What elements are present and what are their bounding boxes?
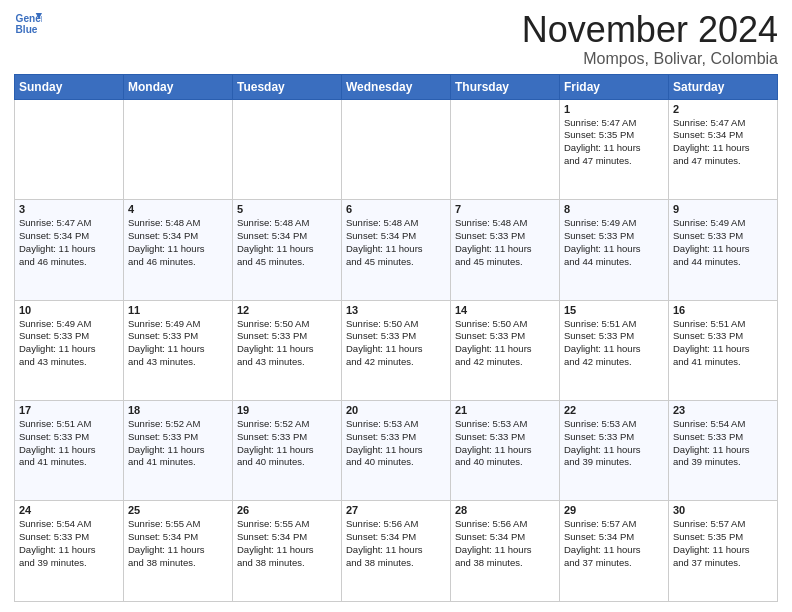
day-number: 19 — [237, 404, 337, 416]
day-number: 10 — [19, 304, 119, 316]
day-number: 1 — [564, 103, 664, 115]
day-info: Sunrise: 5:47 AM Sunset: 5:34 PM Dayligh… — [19, 217, 119, 268]
day-cell: 24Sunrise: 5:54 AM Sunset: 5:33 PM Dayli… — [15, 501, 124, 602]
day-cell: 3Sunrise: 5:47 AM Sunset: 5:34 PM Daylig… — [15, 200, 124, 300]
day-number: 22 — [564, 404, 664, 416]
day-cell: 17Sunrise: 5:51 AM Sunset: 5:33 PM Dayli… — [15, 401, 124, 501]
day-cell: 2Sunrise: 5:47 AM Sunset: 5:34 PM Daylig… — [669, 99, 778, 199]
col-header-friday: Friday — [560, 74, 669, 99]
col-header-tuesday: Tuesday — [233, 74, 342, 99]
day-info: Sunrise: 5:53 AM Sunset: 5:33 PM Dayligh… — [346, 418, 446, 469]
col-header-thursday: Thursday — [451, 74, 560, 99]
day-cell: 29Sunrise: 5:57 AM Sunset: 5:34 PM Dayli… — [560, 501, 669, 602]
day-info: Sunrise: 5:52 AM Sunset: 5:33 PM Dayligh… — [237, 418, 337, 469]
day-number: 17 — [19, 404, 119, 416]
day-cell: 23Sunrise: 5:54 AM Sunset: 5:33 PM Dayli… — [669, 401, 778, 501]
day-cell — [124, 99, 233, 199]
day-info: Sunrise: 5:55 AM Sunset: 5:34 PM Dayligh… — [128, 518, 228, 569]
week-row-2: 3Sunrise: 5:47 AM Sunset: 5:34 PM Daylig… — [15, 200, 778, 300]
logo-icon: General Blue — [14, 10, 42, 38]
logo: General Blue — [14, 10, 42, 38]
day-info: Sunrise: 5:50 AM Sunset: 5:33 PM Dayligh… — [237, 318, 337, 369]
top-section: General Blue November 2024 Mompos, Boliv… — [14, 10, 778, 68]
day-number: 12 — [237, 304, 337, 316]
day-number: 27 — [346, 504, 446, 516]
location-subtitle: Mompos, Bolivar, Colombia — [522, 50, 778, 68]
day-info: Sunrise: 5:51 AM Sunset: 5:33 PM Dayligh… — [564, 318, 664, 369]
day-number: 15 — [564, 304, 664, 316]
day-number: 26 — [237, 504, 337, 516]
day-number: 3 — [19, 203, 119, 215]
day-number: 21 — [455, 404, 555, 416]
day-number: 16 — [673, 304, 773, 316]
day-cell — [342, 99, 451, 199]
day-cell: 30Sunrise: 5:57 AM Sunset: 5:35 PM Dayli… — [669, 501, 778, 602]
day-number: 18 — [128, 404, 228, 416]
day-number: 23 — [673, 404, 773, 416]
day-number: 5 — [237, 203, 337, 215]
day-cell: 10Sunrise: 5:49 AM Sunset: 5:33 PM Dayli… — [15, 300, 124, 400]
col-header-wednesday: Wednesday — [342, 74, 451, 99]
col-header-saturday: Saturday — [669, 74, 778, 99]
day-number: 24 — [19, 504, 119, 516]
day-cell: 21Sunrise: 5:53 AM Sunset: 5:33 PM Dayli… — [451, 401, 560, 501]
day-number: 20 — [346, 404, 446, 416]
col-header-sunday: Sunday — [15, 74, 124, 99]
day-info: Sunrise: 5:57 AM Sunset: 5:34 PM Dayligh… — [564, 518, 664, 569]
day-info: Sunrise: 5:48 AM Sunset: 5:33 PM Dayligh… — [455, 217, 555, 268]
day-info: Sunrise: 5:56 AM Sunset: 5:34 PM Dayligh… — [346, 518, 446, 569]
day-info: Sunrise: 5:49 AM Sunset: 5:33 PM Dayligh… — [564, 217, 664, 268]
day-cell: 1Sunrise: 5:47 AM Sunset: 5:35 PM Daylig… — [560, 99, 669, 199]
day-cell: 27Sunrise: 5:56 AM Sunset: 5:34 PM Dayli… — [342, 501, 451, 602]
day-info: Sunrise: 5:49 AM Sunset: 5:33 PM Dayligh… — [19, 318, 119, 369]
day-number: 2 — [673, 103, 773, 115]
week-row-4: 17Sunrise: 5:51 AM Sunset: 5:33 PM Dayli… — [15, 401, 778, 501]
day-cell — [15, 99, 124, 199]
svg-text:Blue: Blue — [16, 24, 38, 35]
day-info: Sunrise: 5:54 AM Sunset: 5:33 PM Dayligh… — [19, 518, 119, 569]
day-cell: 18Sunrise: 5:52 AM Sunset: 5:33 PM Dayli… — [124, 401, 233, 501]
day-cell: 7Sunrise: 5:48 AM Sunset: 5:33 PM Daylig… — [451, 200, 560, 300]
day-info: Sunrise: 5:47 AM Sunset: 5:34 PM Dayligh… — [673, 117, 773, 168]
day-number: 9 — [673, 203, 773, 215]
day-number: 13 — [346, 304, 446, 316]
day-info: Sunrise: 5:51 AM Sunset: 5:33 PM Dayligh… — [673, 318, 773, 369]
day-cell: 14Sunrise: 5:50 AM Sunset: 5:33 PM Dayli… — [451, 300, 560, 400]
day-info: Sunrise: 5:53 AM Sunset: 5:33 PM Dayligh… — [455, 418, 555, 469]
header-row: SundayMondayTuesdayWednesdayThursdayFrid… — [15, 74, 778, 99]
day-number: 7 — [455, 203, 555, 215]
day-info: Sunrise: 5:49 AM Sunset: 5:33 PM Dayligh… — [128, 318, 228, 369]
day-info: Sunrise: 5:49 AM Sunset: 5:33 PM Dayligh… — [673, 217, 773, 268]
day-cell: 19Sunrise: 5:52 AM Sunset: 5:33 PM Dayli… — [233, 401, 342, 501]
day-number: 30 — [673, 504, 773, 516]
day-number: 25 — [128, 504, 228, 516]
day-cell: 15Sunrise: 5:51 AM Sunset: 5:33 PM Dayli… — [560, 300, 669, 400]
day-info: Sunrise: 5:50 AM Sunset: 5:33 PM Dayligh… — [455, 318, 555, 369]
day-cell: 5Sunrise: 5:48 AM Sunset: 5:34 PM Daylig… — [233, 200, 342, 300]
day-cell — [233, 99, 342, 199]
day-cell: 13Sunrise: 5:50 AM Sunset: 5:33 PM Dayli… — [342, 300, 451, 400]
week-row-5: 24Sunrise: 5:54 AM Sunset: 5:33 PM Dayli… — [15, 501, 778, 602]
day-cell: 16Sunrise: 5:51 AM Sunset: 5:33 PM Dayli… — [669, 300, 778, 400]
day-cell: 25Sunrise: 5:55 AM Sunset: 5:34 PM Dayli… — [124, 501, 233, 602]
day-info: Sunrise: 5:48 AM Sunset: 5:34 PM Dayligh… — [237, 217, 337, 268]
day-number: 11 — [128, 304, 228, 316]
day-cell: 11Sunrise: 5:49 AM Sunset: 5:33 PM Dayli… — [124, 300, 233, 400]
day-cell: 28Sunrise: 5:56 AM Sunset: 5:34 PM Dayli… — [451, 501, 560, 602]
day-cell: 4Sunrise: 5:48 AM Sunset: 5:34 PM Daylig… — [124, 200, 233, 300]
day-number: 14 — [455, 304, 555, 316]
page: General Blue November 2024 Mompos, Boliv… — [0, 0, 792, 612]
col-header-monday: Monday — [124, 74, 233, 99]
day-info: Sunrise: 5:48 AM Sunset: 5:34 PM Dayligh… — [346, 217, 446, 268]
week-row-3: 10Sunrise: 5:49 AM Sunset: 5:33 PM Dayli… — [15, 300, 778, 400]
day-info: Sunrise: 5:56 AM Sunset: 5:34 PM Dayligh… — [455, 518, 555, 569]
day-info: Sunrise: 5:52 AM Sunset: 5:33 PM Dayligh… — [128, 418, 228, 469]
day-number: 28 — [455, 504, 555, 516]
day-info: Sunrise: 5:47 AM Sunset: 5:35 PM Dayligh… — [564, 117, 664, 168]
header-right: November 2024 Mompos, Bolivar, Colombia — [522, 10, 778, 68]
day-number: 6 — [346, 203, 446, 215]
day-info: Sunrise: 5:57 AM Sunset: 5:35 PM Dayligh… — [673, 518, 773, 569]
day-cell: 26Sunrise: 5:55 AM Sunset: 5:34 PM Dayli… — [233, 501, 342, 602]
day-number: 29 — [564, 504, 664, 516]
month-title: November 2024 — [522, 10, 778, 50]
